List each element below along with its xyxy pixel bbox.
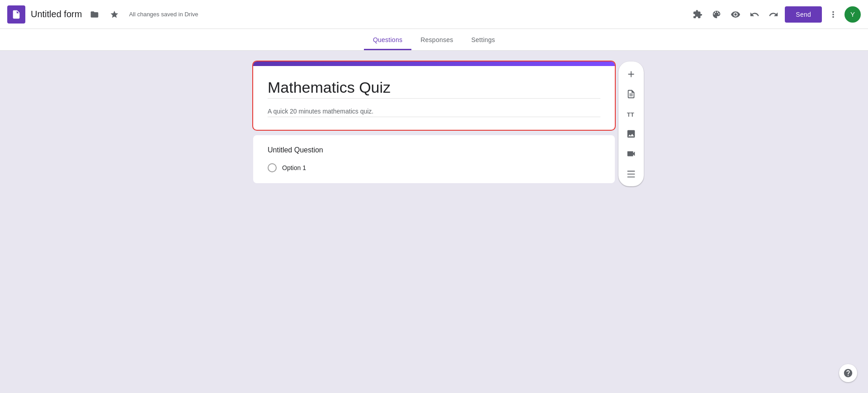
add-title-button[interactable]: TT [622, 105, 640, 123]
option-row-1: Option 1 [268, 163, 600, 172]
sidebar-tools: TT [618, 62, 644, 186]
palette-button[interactable] [709, 7, 724, 22]
form-description-field[interactable] [268, 106, 600, 117]
app-header: Untitled form All changes saved in Drive… [0, 0, 868, 29]
header-actions: Send Y [690, 6, 861, 23]
add-video-button[interactable] [622, 145, 640, 163]
option-label-1: Option 1 [282, 164, 306, 171]
preview-button[interactable] [728, 7, 743, 22]
svg-rect-1 [14, 16, 17, 16]
svg-text:TT: TT [627, 111, 634, 118]
save-status: All changes saved in Drive [129, 11, 198, 18]
send-button[interactable]: Send [785, 6, 822, 23]
import-questions-button[interactable] [622, 85, 640, 103]
user-avatar[interactable]: Y [844, 6, 861, 23]
form-title-card [253, 62, 615, 130]
folder-button[interactable] [87, 7, 102, 22]
tab-settings[interactable]: Settings [462, 31, 505, 50]
more-options-button[interactable] [826, 7, 841, 22]
undo-button[interactable] [747, 7, 762, 22]
form-title-body [253, 66, 615, 130]
form-color-bar [253, 62, 615, 66]
svg-rect-0 [14, 14, 18, 15]
form-area: Untitled Question Option 1 TT [253, 62, 615, 382]
form-title: Untitled form [31, 9, 82, 19]
main-content: Untitled Question Option 1 TT [0, 51, 868, 393]
option-radio-1[interactable] [268, 163, 277, 172]
star-button[interactable] [107, 7, 122, 22]
tabs-navigation: Questions Responses Settings [0, 29, 868, 51]
question-title: Untitled Question [268, 146, 600, 154]
add-image-button[interactable] [622, 125, 640, 143]
question-card: Untitled Question Option 1 [253, 135, 615, 183]
addon-button[interactable] [690, 7, 705, 22]
add-question-button[interactable] [622, 65, 640, 83]
app-logo [7, 5, 25, 24]
tab-responses[interactable]: Responses [411, 31, 462, 50]
tab-questions[interactable]: Questions [364, 31, 411, 50]
redo-button[interactable] [766, 7, 781, 22]
add-section-button[interactable] [622, 165, 640, 183]
help-button[interactable] [839, 364, 857, 382]
form-title-field[interactable] [268, 77, 600, 99]
